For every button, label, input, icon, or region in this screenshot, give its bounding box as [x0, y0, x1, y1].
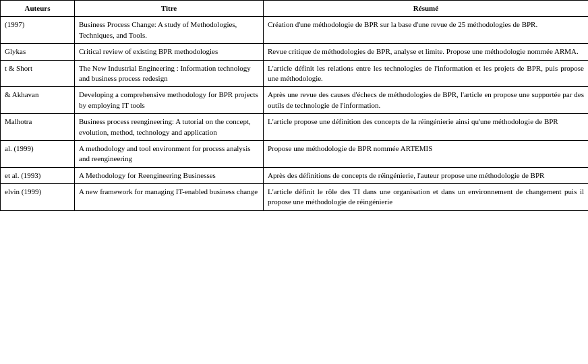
cell-resume: L'article définit les relations entre le…	[264, 60, 589, 87]
table-row: MalhotraBusiness process reengineering: …	[1, 114, 589, 141]
cell-resume: Après des définitions de concepts de réi…	[264, 167, 589, 183]
references-table: Auteurs Titre Résumé (1997)Business Proc…	[0, 0, 588, 211]
cell-resume: Revue critique de méthodologies de BPR, …	[264, 44, 589, 60]
cell-authors: (1997)	[1, 17, 75, 44]
cell-titre: Developing a comprehensive methodology f…	[75, 87, 264, 114]
cell-titre: A methodology and tool environment for p…	[75, 140, 264, 167]
cell-authors: & Akhavan	[1, 87, 75, 114]
cell-resume: L'article définit le rôle des TI dans un…	[264, 184, 589, 211]
cell-titre: Critical review of existing BPR methodol…	[75, 44, 264, 60]
cell-authors: Glykas	[1, 44, 75, 60]
main-table-container: Auteurs Titre Résumé (1997)Business Proc…	[0, 0, 588, 211]
cell-resume: Propose une méthodologie de BPR nommée A…	[264, 140, 589, 167]
header-titre: Titre	[75, 1, 264, 17]
cell-titre: A Methodology for Reengineering Business…	[75, 167, 264, 183]
cell-authors: elvin (1999)	[1, 184, 75, 211]
cell-titre: Business Process Change: A study of Meth…	[75, 17, 264, 44]
table-row: et al. (1993)A Methodology for Reenginee…	[1, 167, 589, 183]
cell-titre: The New Industrial Engineering : Informa…	[75, 60, 264, 87]
cell-resume: Après une revue des causes d'échecs de m…	[264, 87, 589, 114]
cell-authors: al. (1999)	[1, 140, 75, 167]
cell-authors: et al. (1993)	[1, 167, 75, 183]
table-row: elvin (1999)A new framework for managing…	[1, 184, 589, 211]
table-row: & AkhavanDeveloping a comprehensive meth…	[1, 87, 589, 114]
header-resume: Résumé	[264, 1, 589, 17]
cell-resume: Création d'une méthodologie de BPR sur l…	[264, 17, 589, 44]
table-row: t & ShortThe New Industrial Engineering …	[1, 60, 589, 87]
cell-titre: A new framework for managing IT-enabled …	[75, 184, 264, 211]
table-row: GlykasCritical review of existing BPR me…	[1, 44, 589, 60]
cell-titre: Business process reengineering: A tutori…	[75, 114, 264, 141]
header-authors: Auteurs	[1, 1, 75, 17]
table-row: al. (1999)A methodology and tool environ…	[1, 140, 589, 167]
cell-authors: t & Short	[1, 60, 75, 87]
cell-authors: Malhotra	[1, 114, 75, 141]
table-row: (1997)Business Process Change: A study o…	[1, 17, 589, 44]
cell-resume: L'article propose une définition des con…	[264, 114, 589, 141]
